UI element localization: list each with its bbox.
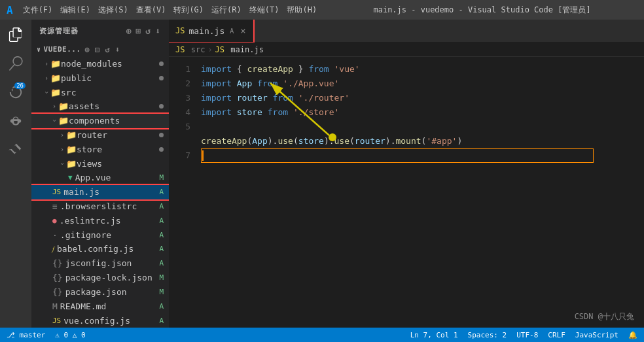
code-area[interactable]: 1 2 3 4 5 7 import { createApp }	[169, 57, 644, 328]
tree-item-jsconfig[interactable]: {} jsconfig.json A	[31, 256, 169, 271]
language-mode[interactable]: JavaScript	[575, 331, 618, 339]
tree-item-vuedemo[interactable]: ∨ VUEDE... ⊕ ⊟ ↺ ⬇	[31, 43, 169, 57]
added-badge: A	[159, 231, 164, 239]
tree-item-src[interactable]: › 📁 src	[31, 85, 169, 99]
cursor-position[interactable]: Ln 7, Col 1	[410, 331, 458, 339]
tree-item-views[interactable]: › 📁 views	[31, 156, 169, 171]
menu-bar[interactable]: 文件(F) 编辑(E) 选择(S) 查看(V) 转到(G) 运行(R) 终端(T…	[23, 5, 317, 16]
function-call: use	[277, 134, 293, 148]
line-num-6	[169, 134, 190, 148]
menu-view[interactable]: 查看(V)	[136, 5, 166, 16]
activity-explorer[interactable]	[4, 23, 27, 46]
tree-item-package-json[interactable]: {} package.json M	[31, 285, 169, 299]
variable: App	[252, 134, 267, 148]
file-icon: ≡	[52, 201, 58, 211]
folder-icon: 📁	[66, 145, 77, 154]
tree-label: package.json	[65, 287, 127, 297]
tree-item-components[interactable]: › 📁 components	[31, 114, 169, 128]
variable: store	[298, 134, 324, 148]
tree-item-node-modules[interactable]: › 📁 node_modules	[31, 57, 169, 71]
code-line-4: import store from './store'	[201, 105, 644, 120]
tree-label: README.md	[60, 301, 106, 311]
tree-item-vue-config[interactable]: JS vue.config.js A	[31, 313, 169, 328]
breadcrumb-src: JS src	[175, 45, 205, 54]
new-folder-icon[interactable]: ⊞	[136, 26, 142, 36]
new-file-icon[interactable]: ⊕	[126, 26, 132, 36]
tree-item-public[interactable]: › 📁 public	[31, 71, 169, 85]
git-branch[interactable]: ⎇ master	[7, 331, 45, 339]
added-badge: A	[159, 302, 164, 311]
folder-icon: 📁	[58, 101, 69, 111]
added-badge: A	[159, 216, 164, 225]
window-title: main.js - vuedemo - Visual Studio Code […	[327, 5, 637, 16]
encoding[interactable]: UTF-8	[516, 331, 538, 339]
tree-item-babel-config[interactable]: 𝑓 babel.config.js A	[31, 242, 169, 256]
punc: ).	[324, 134, 334, 148]
menu-terminal[interactable]: 终端(T)	[249, 5, 279, 16]
code-content[interactable]: import { createApp } from 'vue' import A…	[198, 57, 644, 328]
collapse-icon[interactable]: ⬇	[155, 26, 161, 36]
tree-label: assets	[69, 101, 99, 111]
added-badge: A	[159, 202, 164, 211]
indentation[interactable]: Spaces: 2	[468, 331, 507, 339]
activity-debug[interactable]	[4, 109, 27, 133]
space	[232, 91, 237, 105]
editor-container: JS main.js A × JS src › JS main.js 1	[169, 20, 644, 328]
arrow-icon: ›	[45, 75, 48, 82]
tree-item-app-vue[interactable]: ▼ App.vue M	[31, 171, 169, 185]
code-line-5	[201, 120, 644, 134]
activity-search[interactable]	[4, 52, 27, 75]
tree-label: views	[77, 159, 102, 169]
js-file-icon: JS	[52, 188, 61, 196]
arrow-icon: ›	[60, 146, 64, 153]
line-ending[interactable]: CRLF	[548, 331, 565, 339]
tree-item-eslintrc[interactable]: ● .eslintrc.js A	[31, 213, 169, 228]
tree-item-browserslistrc[interactable]: ≡ .browserslistrc A	[31, 199, 169, 214]
tree-item-assets[interactable]: › 📁 assets	[31, 99, 169, 114]
punc: ).	[268, 134, 278, 148]
menu-edit[interactable]: 编辑(E)	[60, 5, 90, 16]
variable: router	[237, 91, 268, 105]
space	[252, 77, 257, 91]
tree-item-readme[interactable]: M README.md A	[31, 299, 169, 313]
breadcrumb-file: JS main.js	[215, 45, 264, 54]
activity-source-control[interactable]: 26	[4, 80, 27, 104]
json-icon: {}	[52, 273, 63, 282]
tree-item-main-js[interactable]: JS main.js A	[31, 185, 169, 199]
tree-item-gitignore[interactable]: · .gitignore A	[31, 228, 169, 242]
arrow-icon: ›	[45, 60, 48, 67]
function-name: createApp	[247, 62, 293, 77]
tab-close-button[interactable]: ×	[240, 26, 245, 36]
problems-indicator[interactable]: ⚠ 0 △ 0	[55, 331, 85, 339]
tree-label: components	[69, 116, 120, 126]
line-num-2: 2	[169, 77, 190, 91]
tree-label: .eslintrc.js	[60, 216, 121, 226]
menu-run[interactable]: 运行(R)	[211, 5, 241, 16]
js-file-icon: JS	[52, 316, 61, 325]
menu-goto[interactable]: 转到(G)	[173, 5, 204, 16]
sidebar-header-icons[interactable]: ⊕ ⊞ ↺ ⬇	[126, 26, 161, 36]
keyword: import	[201, 91, 232, 105]
tree-label: babel.config.js	[57, 244, 134, 254]
babel-icon: 𝑓	[52, 245, 54, 253]
tree-item-store[interactable]: › 📁 store	[31, 142, 169, 156]
menu-select[interactable]: 选择(S)	[98, 5, 128, 16]
sidebar: 资源管理器 ⊕ ⊞ ↺ ⬇ ∨ VUEDE... ⊕ ⊟ ↺ ⬇ › 📁 nod…	[31, 20, 169, 328]
refresh-icon[interactable]: ↺	[145, 26, 151, 36]
punc: {	[232, 62, 247, 77]
space	[293, 91, 298, 105]
menu-help[interactable]: 帮助(H)	[287, 5, 317, 16]
line-numbers: 1 2 3 4 5 7	[169, 57, 198, 328]
space	[232, 77, 237, 91]
tree-item-package-lock[interactable]: {} package-lock.json M	[31, 271, 169, 285]
activity-extensions[interactable]	[4, 138, 27, 162]
tree-item-router[interactable]: › 📁 router	[31, 128, 169, 143]
code-wrapper: 1 2 3 4 5 7 import { createApp }	[169, 57, 644, 328]
tab-main-js[interactable]: JS main.js A ×	[169, 20, 253, 42]
from-keyword: from	[273, 91, 293, 105]
keyword: import	[201, 105, 232, 120]
tab-dirty-indicator: A	[230, 27, 234, 35]
notifications[interactable]: 🔔	[628, 331, 637, 339]
arrow-icon: ›	[52, 103, 56, 110]
menu-file[interactable]: 文件(F)	[23, 5, 53, 16]
